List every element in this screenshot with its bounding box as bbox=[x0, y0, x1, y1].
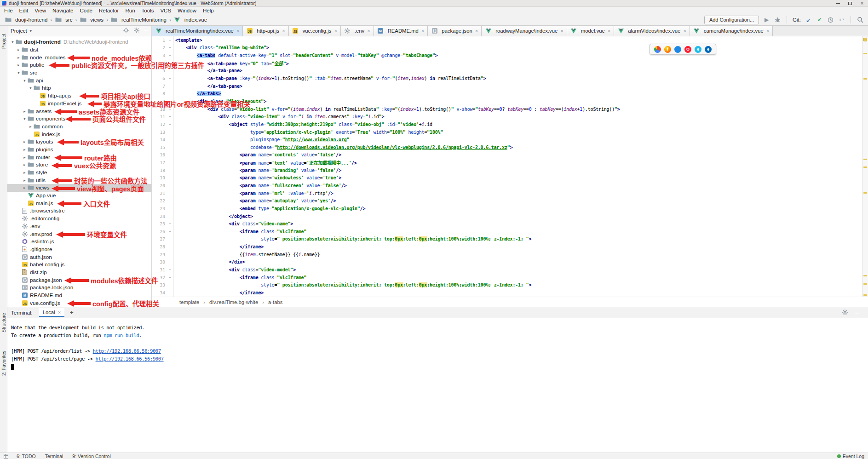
editor-tab-cameramanage-index-vue[interactable]: cameraManage\index.vue× bbox=[690, 26, 773, 36]
select-opened-file-icon[interactable] bbox=[123, 28, 129, 34]
line-number[interactable]: 31 bbox=[152, 267, 167, 272]
tab-close-icon[interactable]: × bbox=[683, 28, 686, 34]
terminal-link[interactable]: http://192.168.66.56:9007 bbox=[93, 348, 161, 354]
code-text[interactable]: <a-tab-pane key="0" tab="全部"> bbox=[173, 60, 289, 67]
chevron-collapsed-icon[interactable]: ▸ bbox=[16, 55, 21, 60]
tab-close-icon[interactable]: × bbox=[608, 28, 610, 34]
line-number[interactable]: 21 bbox=[152, 191, 167, 196]
add-configuration-button[interactable]: Add Configuration... bbox=[704, 16, 759, 24]
editor-breadcrumb-div-realtime-bg-white[interactable]: div.realTime.bg-white bbox=[209, 299, 258, 305]
code-text[interactable]: <param name='mrl' :value='i.rtsp'/> bbox=[173, 191, 333, 196]
editor-tab-model-vue[interactable]: model.vue× bbox=[567, 26, 615, 36]
menu-item-navigate[interactable]: Navigate bbox=[49, 8, 76, 13]
line-number[interactable]: 22 bbox=[152, 198, 167, 203]
git-commit-icon[interactable]: ✔ bbox=[816, 17, 823, 23]
tree-item-editorconfig[interactable]: .editorconfig bbox=[7, 215, 151, 223]
tree-item-package-json[interactable]: {}package.json bbox=[7, 276, 151, 284]
tool-button-favorites[interactable]: 2: Favorites bbox=[0, 345, 7, 382]
tree-item-browserslistrc[interactable]: .browserslistrc bbox=[7, 207, 151, 215]
tree-item-views[interactable]: ▸views bbox=[7, 184, 151, 192]
code-text[interactable]: type='application/x-vlc-plugin' events='… bbox=[173, 130, 443, 135]
line-number[interactable]: 29 bbox=[152, 252, 167, 257]
tree-item-eslintrc-js[interactable]: .eslintrc.js bbox=[7, 238, 151, 246]
code-editor[interactable]: 1−<template>2− <div class="realTime bg-w… bbox=[152, 36, 868, 297]
tree-item-babel-config-js[interactable]: JSbabel.config.js bbox=[7, 261, 151, 269]
tab-close-icon[interactable]: × bbox=[475, 28, 478, 34]
menu-item-run[interactable]: Run bbox=[122, 8, 138, 13]
warning-stripe-mark[interactable] bbox=[863, 294, 867, 296]
search-everywhere-icon[interactable] bbox=[857, 17, 863, 23]
tree-item-store[interactable]: ▸store bbox=[7, 161, 151, 169]
tree-item-assets[interactable]: ▸assets bbox=[7, 107, 151, 115]
code-text[interactable]: </a-tabs> bbox=[173, 91, 221, 96]
code-text[interactable]: <param name='branding' value='false'/> bbox=[173, 168, 341, 173]
line-number[interactable]: 18 bbox=[152, 168, 167, 173]
line-number[interactable]: 27 bbox=[152, 236, 167, 241]
tree-item-dist[interactable]: ▸dist bbox=[7, 46, 151, 54]
git-rollback-icon[interactable]: ↩ bbox=[838, 17, 845, 23]
menu-item-help[interactable]: Help bbox=[200, 8, 217, 13]
line-number[interactable]: 20 bbox=[152, 183, 167, 188]
chevron-collapsed-icon[interactable]: ▸ bbox=[22, 147, 27, 152]
line-number[interactable]: 32 bbox=[152, 275, 167, 280]
editor-tab-realtimemonitoring-index-vue[interactable]: realTimeMonitoring\index.vue× bbox=[152, 26, 243, 36]
tab-close-icon[interactable]: × bbox=[560, 28, 563, 34]
chevron-expanded-icon[interactable]: ▾ bbox=[10, 40, 15, 44]
tree-item-style[interactable]: ▸style bbox=[7, 169, 151, 177]
line-number[interactable]: 25 bbox=[152, 221, 167, 226]
code-text[interactable]: <div class="realTime bg-white"> bbox=[173, 45, 269, 50]
code-text[interactable]: <param name='fullscreen' value='false'/> bbox=[173, 183, 347, 188]
tree-item-env-prod[interactable]: .env.prod bbox=[7, 230, 151, 238]
tree-item-app-vue[interactable]: App.vue bbox=[7, 192, 151, 200]
code-text[interactable]: </div> bbox=[173, 259, 245, 264]
run-icon[interactable]: ▶ bbox=[763, 17, 770, 23]
tree-item-package-lock-json[interactable]: {}package-lock.json bbox=[7, 284, 151, 292]
code-text[interactable]: <a-tab-pane :key="(index+1).toString()" … bbox=[173, 76, 486, 81]
tree-item-gitignore[interactable]: .gitignore bbox=[7, 246, 151, 253]
close-button[interactable]: × bbox=[856, 0, 868, 7]
firefox-browser-icon[interactable]: f bbox=[664, 46, 671, 53]
tree-item-vue-config-js[interactable]: JSvue.config.js bbox=[7, 299, 151, 307]
tree-item-public[interactable]: ▸public bbox=[7, 61, 151, 69]
tree-item-main-js[interactable]: JSmain.js bbox=[7, 199, 151, 207]
editor-tab-env[interactable]: .env× bbox=[341, 26, 374, 36]
tree-item-index-js[interactable]: JSindex.js bbox=[7, 130, 151, 138]
safari-browser-icon[interactable] bbox=[674, 46, 681, 53]
inspection-indicator-icon[interactable] bbox=[863, 38, 867, 41]
git-update-icon[interactable]: ↙ bbox=[805, 17, 812, 23]
status-item-terminal[interactable]: Terminal bbox=[45, 453, 63, 459]
tree-item-dist-zip[interactable]: dist.zip bbox=[7, 269, 151, 276]
chevron-expanded-icon[interactable]: ▾ bbox=[16, 70, 21, 75]
line-number[interactable]: 6 bbox=[152, 76, 167, 81]
tool-button-structure[interactable]: Structure bbox=[0, 307, 7, 339]
tree-item-env[interactable]: .env bbox=[7, 223, 151, 230]
tree-item-duoji-frontend[interactable]: ▾duoji-frontendD:\zheheWeb\duoji-fronten… bbox=[7, 38, 151, 46]
editor-tab-http-api-js[interactable]: JShttp-api.js× bbox=[243, 26, 288, 36]
code-text[interactable]: codebase="http://downloads.videolan.org/… bbox=[173, 145, 512, 150]
line-number[interactable]: 19 bbox=[152, 175, 167, 180]
line-number[interactable]: 11 bbox=[152, 114, 167, 119]
chevron-collapsed-icon[interactable]: ▸ bbox=[16, 47, 21, 52]
code-text[interactable]: <div class="video-name"> bbox=[173, 221, 293, 226]
settings-gear-icon[interactable] bbox=[134, 28, 139, 34]
tree-item-common[interactable]: ▸common bbox=[7, 123, 151, 131]
fold-marker-icon[interactable]: − bbox=[167, 107, 173, 111]
chevron-expanded-icon[interactable]: ▾ bbox=[22, 78, 27, 83]
code-text[interactable]: <param name='text' value='正在加载视频中...'/> bbox=[173, 159, 357, 166]
chevron-collapsed-icon[interactable]: ▸ bbox=[22, 170, 27, 175]
menu-item-view[interactable]: View bbox=[31, 8, 49, 13]
tree-item-plugins[interactable]: ▸plugins bbox=[7, 146, 151, 154]
code-text[interactable]: </iframe> bbox=[173, 290, 264, 295]
maximize-button[interactable] bbox=[844, 0, 856, 7]
fold-marker-icon[interactable]: − bbox=[167, 268, 173, 272]
menu-item-window[interactable]: Window bbox=[174, 8, 200, 13]
status-item-event-log[interactable]: Event Log bbox=[837, 453, 864, 459]
terminal-output[interactable]: Note that the development build is not o… bbox=[7, 319, 868, 453]
git-history-clock-icon[interactable] bbox=[827, 17, 834, 23]
terminal-settings-gear-icon[interactable] bbox=[842, 310, 848, 316]
hide-panel-icon[interactable]: ─ bbox=[144, 28, 148, 34]
code-text[interactable]: </a-tab-pane> bbox=[173, 84, 242, 89]
breadcrumb-item-duoji-frontend[interactable]: duoji-frontend bbox=[5, 17, 47, 23]
chevron-expanded-icon[interactable]: ▾ bbox=[22, 116, 27, 121]
status-item-6-todo[interactable]: 6: TODO bbox=[17, 453, 36, 459]
